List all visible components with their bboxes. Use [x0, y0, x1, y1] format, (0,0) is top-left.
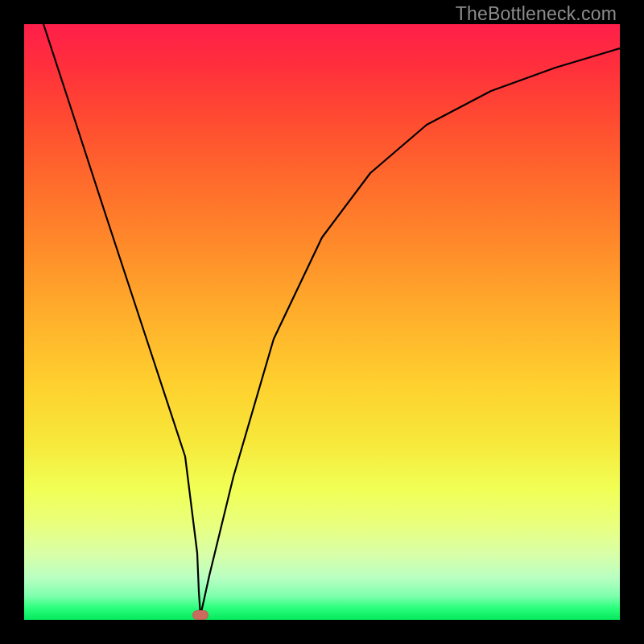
watermark-text: TheBottleneck.com — [456, 3, 617, 25]
plot-area — [24, 24, 620, 620]
curve-svg — [24, 24, 620, 620]
bottleneck-curve — [43, 24, 620, 616]
chart-frame: TheBottleneck.com — [0, 0, 644, 644]
optimal-point-marker — [192, 610, 208, 620]
